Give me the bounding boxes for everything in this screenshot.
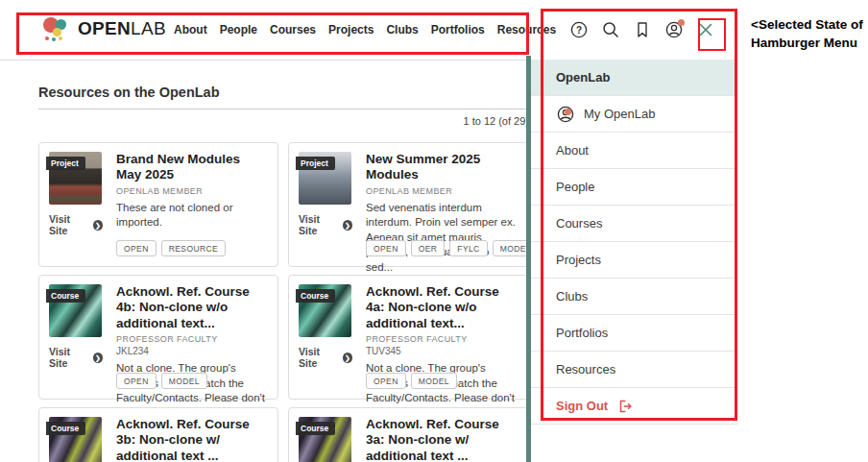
menu-item-sign-out[interactable]: Sign Out xyxy=(531,388,737,425)
menu-item-label: OpenLab xyxy=(556,70,610,85)
card-left-column: CourseVisit Site❯ xyxy=(49,417,103,462)
resource-card: CourseVisit Site❯Acknowl. Ref. Course 3b… xyxy=(38,407,278,462)
card-title[interactable]: Acknowl. Ref. Course 3b: Non-clone w/ ad… xyxy=(116,417,268,462)
card-type-badge: Course xyxy=(296,422,335,435)
site-header: OPENLAB AboutPeopleCoursesProjectsClubsP… xyxy=(0,0,868,60)
annotation-caption: <Selected State of Hamburger Menu xyxy=(751,15,863,52)
card-byline: OPENLAB MEMBER xyxy=(116,186,268,196)
card-title[interactable]: Acknowl. Ref. Course 4b: Non-clone w/o a… xyxy=(116,284,268,331)
card-thumbnail: Project xyxy=(49,152,102,205)
sign-out-icon xyxy=(616,398,634,415)
card-left-column: ProjectVisit Site❯ xyxy=(299,152,352,257)
logo-text-lab: LAB xyxy=(131,18,166,38)
card-body: Acknowl. Ref. Course 3a: Non-clone w/ ad… xyxy=(366,417,518,462)
menu-item-about[interactable]: About xyxy=(531,133,737,169)
visit-site-arrow-icon: ❯ xyxy=(93,220,103,231)
sign-out-label: Sign Out xyxy=(556,399,608,413)
visit-site-arrow-icon: ❯ xyxy=(343,353,352,363)
card-thumbnail: Course xyxy=(299,284,351,337)
visit-site-link[interactable]: Visit Site❯ xyxy=(299,346,352,369)
menu-item-portfolios[interactable]: Portfolios xyxy=(531,315,737,352)
card-thumbnail: Course xyxy=(49,417,102,462)
search-icon[interactable] xyxy=(596,15,625,44)
menu-item-courses[interactable]: Courses xyxy=(531,206,737,242)
card-type-badge: Course xyxy=(46,289,85,303)
openlab-logo-icon xyxy=(43,15,69,42)
nav-link-people[interactable]: People xyxy=(220,23,257,36)
tag-badge: OPEN xyxy=(366,240,406,256)
card-title[interactable]: Brand New Modules May 2025 xyxy=(116,152,268,183)
menu-item-openlab[interactable]: OpenLab xyxy=(531,60,737,96)
logo-text-open: OPEN xyxy=(78,18,131,38)
menu-item-label: People xyxy=(556,180,594,194)
visit-site-link[interactable]: Visit Site❯ xyxy=(49,346,103,369)
resource-card-grid: ProjectVisit Site❯Brand New Modules May … xyxy=(38,142,529,462)
nav-link-courses[interactable]: Courses xyxy=(270,23,316,36)
tag-badge: OPEN xyxy=(366,373,406,389)
card-title[interactable]: Acknowl. Ref. Course 3a: Non-clone w/ ad… xyxy=(366,417,518,462)
card-left-column: CourseVisit Site❯ xyxy=(299,417,352,462)
card-type-badge: Project xyxy=(296,157,335,170)
card-left-column: CourseVisit Site❯ xyxy=(49,284,103,390)
tag-badge: RESOURCE xyxy=(161,240,226,256)
menu-item-label: About xyxy=(556,143,589,158)
notification-dot xyxy=(565,109,571,115)
menu-item-projects[interactable]: Projects xyxy=(531,242,737,279)
card-thumbnail: Course xyxy=(299,417,351,462)
pagination-status: 1 to 12 (of 29) xyxy=(38,115,529,127)
header-icon-bar: ? xyxy=(565,0,720,60)
visit-site-arrow-icon: ❯ xyxy=(93,353,103,363)
card-byline: OPENLAB MEMBER xyxy=(366,186,518,196)
notification-dot xyxy=(678,19,685,26)
visit-site-label: Visit Site xyxy=(299,213,339,236)
tag-badge: OPEN xyxy=(116,240,157,256)
card-tag-badges: OPENRESOURCE xyxy=(116,240,226,256)
hamburger-menu-panel: OpenLab My OpenLabAboutPeopleCoursesProj… xyxy=(531,60,737,425)
help-icon[interactable]: ? xyxy=(565,15,593,44)
card-course-code: TUV345 xyxy=(366,346,518,356)
svg-text:?: ? xyxy=(576,25,582,36)
menu-item-label: Portfolios xyxy=(556,326,608,340)
nav-link-clubs[interactable]: Clubs xyxy=(386,23,418,36)
tag-badge: MODEL xyxy=(161,373,207,389)
card-thumbnail: Project xyxy=(299,152,351,205)
visit-site-label: Visit Site xyxy=(299,346,339,369)
resource-card: ProjectVisit Site❯Brand New Modules May … xyxy=(38,142,278,267)
menu-item-label: Courses xyxy=(556,216,602,231)
header-divider xyxy=(0,60,531,61)
annotation-caption-line1: <Selected State of xyxy=(751,15,863,34)
menu-item-people[interactable]: People xyxy=(531,169,737,206)
nav-link-projects[interactable]: Projects xyxy=(328,23,374,36)
nav-link-resources[interactable]: Resources xyxy=(497,23,556,36)
menu-item-resources[interactable]: Resources xyxy=(531,352,737,388)
visit-site-link[interactable]: Visit Site❯ xyxy=(49,213,103,236)
card-tag-badges: OPENMODEL xyxy=(116,373,207,389)
menu-item-label: Clubs xyxy=(556,289,588,304)
card-title[interactable]: New Summer 2025 Modules xyxy=(366,152,518,183)
card-description: Sed venenatis interdum interdum. Proin v… xyxy=(366,201,518,276)
menu-item-label: Projects xyxy=(556,253,601,267)
resource-card: ProjectVisit Site❯New Summer 2025 Module… xyxy=(288,142,529,267)
card-title[interactable]: Acknowl. Ref. Course 4a: Non-clone w/o a… xyxy=(366,284,518,331)
close-icon[interactable] xyxy=(691,15,720,44)
nav-link-about[interactable]: About xyxy=(174,23,207,36)
resource-card: CourseVisit Site❯Acknowl. Ref. Course 3a… xyxy=(288,407,529,462)
nav-link-portfolios[interactable]: Portfolios xyxy=(431,23,485,36)
card-byline: PROFESSOR FACULTY xyxy=(116,334,268,344)
menu-item-label: My OpenLab xyxy=(584,107,655,121)
card-byline: PROFESSOR FACULTY xyxy=(366,334,518,344)
visit-site-label: Visit Site xyxy=(49,346,89,369)
bookmark-icon[interactable] xyxy=(628,15,657,44)
visit-site-link[interactable]: Visit Site❯ xyxy=(299,213,352,236)
account-icon[interactable] xyxy=(660,15,688,44)
card-left-column: ProjectVisit Site❯ xyxy=(49,152,103,257)
openlab-logo[interactable]: OPENLAB xyxy=(43,15,166,42)
tag-badge: OPEN xyxy=(116,373,157,389)
card-body: Acknowl. Ref. Course 3b: Non-clone w/ ad… xyxy=(116,417,268,462)
my-openlab-account-icon xyxy=(556,105,575,124)
menu-item-clubs[interactable]: Clubs xyxy=(531,279,737,315)
resource-card: CourseVisit Site❯Acknowl. Ref. Course 4b… xyxy=(38,275,278,400)
card-description: These are not cloned or imported. xyxy=(116,201,268,231)
main-content: Resources on the OpenLab 1 to 12 (of 29)… xyxy=(38,85,529,462)
menu-item-my-openlab[interactable]: My OpenLab xyxy=(531,96,737,133)
